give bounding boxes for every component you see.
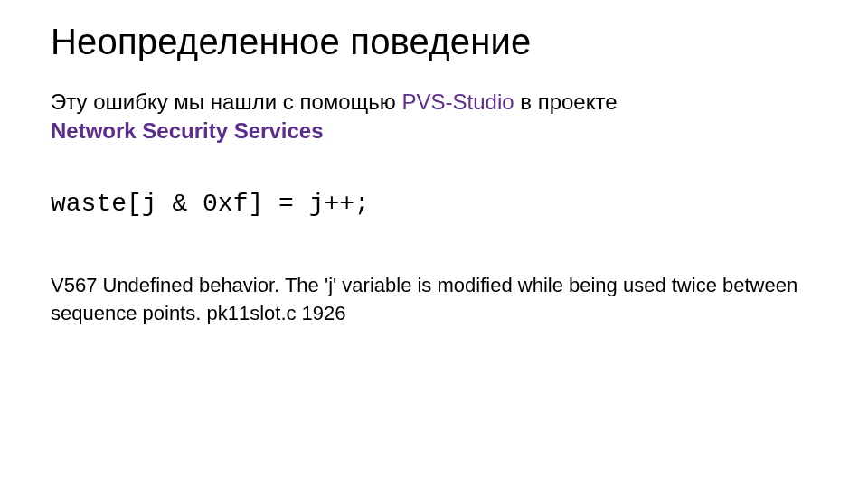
intro-prefix: Эту ошибку мы нашли с помощью xyxy=(51,89,402,114)
slide: Неопределенное поведение Эту ошибку мы н… xyxy=(0,0,868,488)
project-name: Network Security Services xyxy=(51,118,324,143)
slide-title: Неопределенное поведение xyxy=(51,22,817,62)
tool-name: PVS-Studio xyxy=(402,89,514,114)
diagnostic-message: V567 Undefined behavior. The 'j' variabl… xyxy=(51,272,817,328)
intro-paragraph: Эту ошибку мы нашли с помощью PVS-Studio… xyxy=(51,88,817,146)
intro-middle: в проекте xyxy=(514,89,618,114)
code-snippet: waste[j & 0xf] = j++; xyxy=(51,190,817,218)
